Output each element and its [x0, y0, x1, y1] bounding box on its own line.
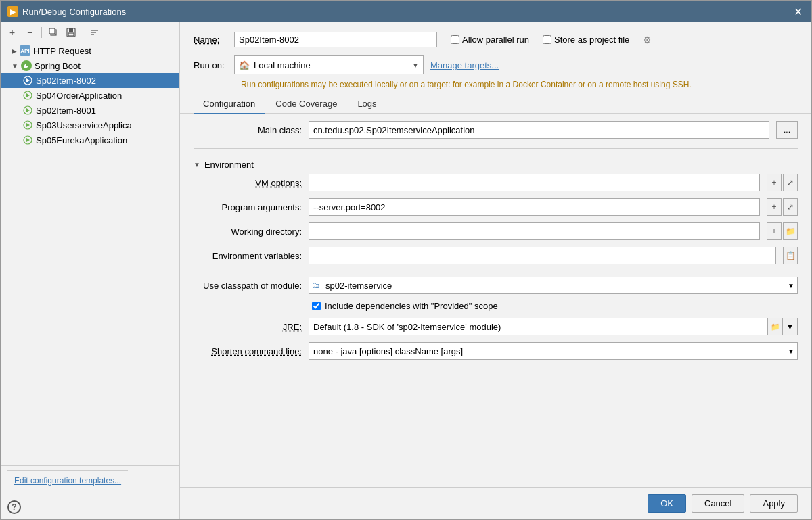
jre-dropdown-button[interactable]: ▼ — [782, 318, 797, 335]
env-vars-edit-button[interactable]: 📋 — [783, 247, 798, 264]
program-args-add-button[interactable]: + — [767, 198, 782, 216]
tree-arrow-http: ▶ — [12, 47, 17, 55]
program-args-row: Program arguments: + ⤢ — [194, 198, 798, 216]
run-on-select[interactable]: 🏠 Local machine ▼ — [234, 55, 424, 74]
jre-input-wrap: 📁 ▼ — [309, 318, 798, 335]
spring-icon — [21, 60, 32, 71]
tab-code-coverage[interactable]: Code Coverage — [266, 95, 346, 113]
store-project-checkbox[interactable] — [543, 35, 551, 44]
tree-item-sp03user[interactable]: Sp03UserserviceApplica — [1, 118, 179, 133]
tree-arrow-spring: ▼ — [12, 62, 18, 70]
ok-button[interactable]: OK — [648, 494, 686, 513]
apply-button[interactable]: Apply — [750, 494, 798, 513]
http-icon: API — [20, 45, 30, 56]
program-args-expand-button[interactable]: ⤢ — [783, 198, 798, 216]
vm-options-label: VM options: — [194, 178, 302, 188]
main-class-browse-button[interactable]: ... — [776, 121, 798, 139]
tree-item-http-request[interactable]: ▶ API HTTP Request — [1, 43, 179, 58]
use-classpath-label: Use classpath of module: — [194, 281, 302, 291]
title-bar: ▶ Run/Debug Configurations ✕ — [1, 1, 811, 22]
tree-label-sp05: Sp05EurekaApplication — [36, 135, 127, 145]
run-debug-dialog: ▶ Run/Debug Configurations ✕ + − — [0, 0, 812, 520]
tab-logs[interactable]: Logs — [348, 95, 386, 113]
remove-config-button[interactable]: − — [22, 25, 37, 40]
include-deps-row: Include dependencies with "Provided" sco… — [194, 301, 798, 311]
working-dir-input[interactable] — [309, 222, 760, 240]
program-args-input[interactable] — [309, 198, 760, 216]
tree-item-spring-boot[interactable]: ▼ Spring Boot — [1, 58, 179, 73]
add-config-button[interactable]: + — [5, 25, 20, 40]
tree-label-sp02-8001: Sp02Item-8001 — [36, 105, 96, 116]
vm-options-actions: + ⤢ — [767, 174, 798, 191]
checkboxes-row: Allow parallel run Store as project file… — [451, 34, 652, 45]
tree-label-http: HTTP Request — [33, 46, 91, 56]
vm-options-add-button[interactable]: + — [767, 174, 782, 191]
env-vars-actions: 📋 — [783, 247, 798, 264]
help-button[interactable]: ? — [7, 500, 21, 514]
manage-targets-link[interactable]: Manage targets... — [430, 60, 499, 70]
include-deps-checkbox[interactable] — [312, 302, 321, 310]
allow-parallel-text: Allow parallel run — [462, 34, 529, 45]
store-project-label[interactable]: Store as project file — [543, 34, 629, 45]
module-icon: 🗂 — [312, 281, 320, 290]
save-config-button[interactable] — [64, 25, 78, 40]
svg-marker-17 — [26, 138, 30, 142]
tree-item-sp02item-8002[interactable]: Sp02Item-8002 — [1, 73, 179, 88]
svg-marker-13 — [26, 108, 30, 112]
jre-browse-button[interactable]: 📁 — [767, 318, 782, 335]
close-button[interactable]: ✕ — [791, 5, 805, 18]
environment-label: Environment — [204, 160, 254, 170]
program-args-label: Program arguments: — [194, 202, 302, 212]
edit-templates-link[interactable]: Edit configuration templates... — [7, 470, 128, 491]
vm-options-input[interactable] — [309, 174, 760, 191]
right-panel: Name: Allow parallel run Store as projec… — [180, 22, 811, 519]
name-row: Name: Allow parallel run Store as projec… — [180, 22, 811, 53]
include-deps-label: Include dependencies with "Provided" sco… — [325, 301, 498, 311]
vm-options-row: VM options: + ⤢ — [194, 174, 798, 191]
main-content: + − ▶ API HTTP Re — [1, 22, 811, 519]
left-panel: + − ▶ API HTTP Re — [1, 22, 180, 519]
module-select-row: Use classpath of module: 🗂 sp02-itemserv… — [194, 277, 798, 294]
module-select[interactable]: sp02-itemservice — [323, 277, 794, 293]
allow-parallel-checkbox[interactable] — [451, 35, 459, 44]
run-icon-sp04 — [22, 90, 33, 101]
working-dir-add-button[interactable]: + — [767, 222, 782, 240]
shorten-select-wrap[interactable]: none - java [options] className [args] ▼ — [309, 342, 798, 360]
jre-input[interactable] — [309, 318, 767, 335]
environment-section-header[interactable]: ▼ Environment — [194, 156, 798, 174]
dialog-footer: OK Cancel Apply — [180, 487, 811, 519]
run-icon-sp02-8002 — [22, 75, 33, 86]
tab-configuration[interactable]: Configuration — [194, 95, 265, 113]
copy-config-button[interactable] — [46, 25, 61, 40]
separator — [194, 148, 798, 149]
vm-options-expand-button[interactable]: ⤢ — [783, 174, 798, 191]
module-select-wrapper[interactable]: 🗂 sp02-itemservice ▼ — [309, 277, 798, 294]
env-vars-row: Environment variables: 📋 — [194, 247, 798, 264]
working-dir-browse-button[interactable]: 📁 — [783, 222, 798, 240]
run-icon-sp03 — [22, 120, 33, 131]
tree-item-sp04order[interactable]: Sp04OrderApplication — [1, 88, 179, 103]
shorten-label: Shorten command line: — [194, 346, 302, 356]
tree-item-sp05eureka[interactable]: Sp05EurekaApplication — [1, 133, 179, 147]
svg-rect-3 — [69, 28, 73, 32]
sort-button[interactable] — [87, 25, 102, 40]
tab-content: Main class: ... ▼ Environment VM options… — [180, 114, 811, 487]
name-input[interactable] — [234, 32, 437, 47]
main-class-input[interactable] — [309, 121, 769, 139]
main-class-label: Main class: — [194, 125, 302, 135]
tree-toolbar: + − — [1, 22, 179, 43]
tree-label-spring: Spring Boot — [35, 61, 81, 71]
cancel-button[interactable]: Cancel — [692, 494, 744, 513]
tree-item-sp02item-8001[interactable]: Sp02Item-8001 — [1, 103, 179, 118]
allow-parallel-label[interactable]: Allow parallel run — [451, 34, 529, 45]
shorten-select[interactable]: none - java [options] className [args] — [309, 343, 797, 359]
svg-marker-9 — [26, 78, 30, 82]
jre-label: JRE: — [194, 322, 302, 332]
working-dir-actions: + 📁 — [767, 222, 798, 240]
env-vars-input[interactable] — [309, 247, 776, 264]
tree-label-sp02-8002: Sp02Item-8002 — [36, 76, 96, 86]
shorten-row: Shorten command line: none - java [optio… — [194, 342, 798, 360]
gear-icon[interactable]: ⚙ — [643, 34, 652, 45]
run-on-row: Run on: 🏠 Local machine ▼ Manage targets… — [180, 53, 811, 77]
svg-marker-11 — [26, 93, 30, 97]
